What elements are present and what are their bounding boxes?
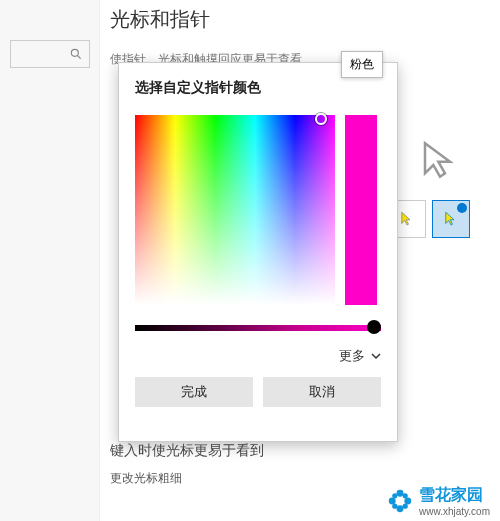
pointer-color-options	[388, 200, 470, 238]
color-picker-dialog: 粉色 选择自定义指针颜色 更多 完成 取消	[118, 62, 398, 442]
value-slider-handle[interactable]	[367, 320, 381, 334]
sv-handle[interactable]	[315, 113, 327, 125]
svg-point-7	[403, 493, 408, 498]
below-dialog-heading: 键入时使光标更易于看到	[110, 442, 264, 460]
dialog-title: 选择自定义指针颜色	[135, 79, 381, 97]
done-button[interactable]: 完成	[135, 377, 253, 407]
hue-preview-strip[interactable]	[345, 115, 377, 305]
watermark-name: 雪花家园	[419, 486, 483, 503]
svg-point-9	[403, 504, 408, 509]
snowflake-icon	[387, 488, 413, 514]
value-slider[interactable]	[135, 325, 381, 331]
page-content: 光标和指针 使指针、光标和触摸回应更易于查看	[110, 0, 500, 68]
pointer-color-option-custom[interactable]	[432, 200, 470, 238]
search-input[interactable]	[10, 40, 90, 68]
page-title: 光标和指针	[110, 6, 500, 33]
search-icon	[69, 47, 83, 61]
settings-sidebar	[0, 0, 100, 521]
svg-point-3	[397, 505, 404, 512]
more-toggle[interactable]: 更多	[135, 347, 381, 365]
cancel-button[interactable]: 取消	[263, 377, 381, 407]
watermark: 雪花家园 www.xhjaty.com	[387, 485, 490, 517]
pointer-preview	[420, 140, 460, 184]
svg-point-2	[397, 490, 404, 497]
chevron-down-icon	[371, 351, 381, 361]
saturation-value-field[interactable]	[135, 115, 335, 305]
svg-point-8	[392, 504, 397, 509]
thickness-label: 更改光标粗细	[110, 470, 182, 487]
color-tooltip: 粉色	[341, 51, 383, 78]
svg-point-0	[71, 49, 78, 56]
watermark-url: www.xhjaty.com	[419, 506, 490, 517]
svg-point-6	[392, 493, 397, 498]
more-label: 更多	[339, 347, 365, 365]
svg-line-1	[78, 56, 81, 59]
svg-point-4	[389, 498, 396, 505]
svg-point-5	[404, 498, 411, 505]
